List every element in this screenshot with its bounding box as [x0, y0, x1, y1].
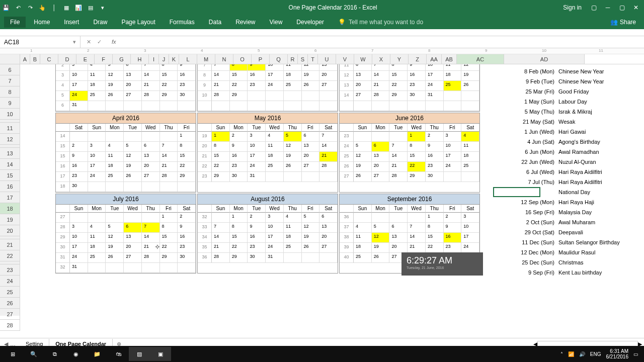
day-cell[interactable]: 20: [302, 152, 320, 162]
day-cell[interactable]: 23: [230, 162, 248, 172]
day-cell[interactable]: 3: [70, 223, 88, 233]
day-cell[interactable]: 5: [106, 64, 124, 71]
day-cell[interactable]: 28: [160, 172, 178, 182]
day-cell[interactable]: 24: [266, 243, 284, 253]
col-header-Y[interactable]: Y: [390, 54, 409, 64]
day-cell[interactable]: 10: [444, 142, 462, 152]
day-cell[interactable]: [319, 101, 338, 111]
col-header-T[interactable]: T: [308, 54, 318, 64]
day-cell[interactable]: [124, 213, 142, 223]
day-cell[interactable]: 28: [389, 172, 408, 182]
cancel-formula-icon[interactable]: ✕: [87, 39, 91, 45]
row-header-11[interactable]: 11: [0, 123, 20, 134]
day-cell[interactable]: 25: [88, 91, 106, 101]
day-cell[interactable]: 30: [408, 91, 426, 101]
day-cell[interactable]: 5: [106, 223, 124, 233]
col-header-K[interactable]: K: [169, 54, 179, 64]
day-cell[interactable]: 23: [178, 81, 196, 91]
day-cell[interactable]: 2: [70, 142, 88, 152]
day-cell[interactable]: [461, 91, 479, 101]
tray-lang[interactable]: ENG: [590, 351, 601, 357]
day-cell[interactable]: [426, 101, 444, 111]
day-cell[interactable]: 3: [70, 64, 88, 71]
day-cell[interactable]: [284, 172, 302, 182]
row-header-27[interactable]: 27: [0, 309, 20, 320]
select-all-corner[interactable]: [0, 54, 20, 64]
day-cell[interactable]: 3: [248, 132, 266, 142]
day-cell[interactable]: 20: [124, 81, 142, 91]
day-cell[interactable]: 20: [319, 233, 338, 243]
save-icon[interactable]: 💾: [2, 4, 10, 12]
store-icon[interactable]: 🛍: [108, 347, 129, 361]
ribbon-tab-home[interactable]: Home: [28, 17, 56, 28]
day-cell[interactable]: [354, 213, 372, 223]
day-cell[interactable]: 6: [302, 132, 320, 142]
day-cell[interactable]: [88, 213, 106, 223]
day-cell[interactable]: [230, 101, 248, 111]
day-cell[interactable]: 1: [230, 213, 248, 223]
row-header-10[interactable]: 10: [0, 109, 20, 120]
day-cell[interactable]: [160, 101, 178, 111]
day-cell[interactable]: 26: [354, 172, 372, 182]
name-dropdown-icon[interactable]: ▾: [73, 39, 76, 45]
day-cell[interactable]: 8: [230, 64, 248, 71]
day-cell[interactable]: 16: [426, 152, 444, 162]
day-cell[interactable]: 4: [88, 64, 106, 71]
day-cell[interactable]: 14: [372, 71, 390, 81]
col-header-AC[interactable]: AC: [457, 54, 504, 64]
row-header-17[interactable]: 17: [0, 192, 20, 203]
close-icon[interactable]: ✕: [630, 2, 642, 14]
touch-mode-icon[interactable]: 👆: [38, 4, 46, 12]
day-cell[interactable]: 18: [88, 81, 106, 91]
chrome-icon[interactable]: ◉: [65, 347, 87, 361]
row-header-28[interactable]: 28: [0, 320, 20, 331]
day-cell[interactable]: 24: [426, 81, 444, 91]
day-cell[interactable]: 14: [212, 233, 230, 243]
day-cell[interactable]: 31: [426, 91, 444, 101]
day-cell[interactable]: 25: [284, 81, 302, 91]
day-cell[interactable]: [88, 101, 106, 111]
day-cell[interactable]: 18: [284, 233, 302, 243]
day-cell[interactable]: 11: [88, 233, 106, 243]
undo-icon[interactable]: ↶: [14, 4, 22, 12]
day-cell[interactable]: 15: [230, 233, 248, 243]
day-cell[interactable]: [461, 101, 479, 111]
day-cell[interactable]: 21: [372, 81, 390, 91]
ribbon-tab-developer[interactable]: Developer: [290, 17, 330, 28]
day-cell[interactable]: 11: [106, 152, 124, 162]
day-cell[interactable]: 23: [248, 243, 266, 253]
day-cell[interactable]: [302, 91, 320, 101]
day-cell[interactable]: 30: [426, 172, 444, 182]
day-cell[interactable]: [319, 253, 338, 263]
day-cell[interactable]: 4: [88, 223, 106, 233]
col-header-D[interactable]: D: [58, 54, 76, 64]
day-cell[interactable]: 26: [284, 162, 302, 172]
day-cell[interactable]: 18: [354, 243, 372, 253]
row-header-21[interactable]: 21: [0, 239, 20, 250]
col-header-J[interactable]: J: [159, 54, 169, 64]
day-cell[interactable]: 13: [142, 152, 160, 162]
day-cell[interactable]: 28: [212, 253, 230, 263]
day-cell[interactable]: 10: [266, 64, 284, 71]
day-cell[interactable]: 13: [319, 64, 338, 71]
holiday-row[interactable]: 9 Sep (Fri)Kent Lau birthday: [508, 267, 644, 278]
ribbon-tab-page-layout[interactable]: Page Layout: [115, 17, 161, 28]
day-cell[interactable]: 10: [88, 152, 106, 162]
day-cell[interactable]: 29: [178, 172, 196, 182]
day-cell[interactable]: [178, 263, 196, 273]
day-cell[interactable]: [302, 253, 320, 263]
redo-icon[interactable]: ↷: [26, 4, 34, 12]
holiday-row[interactable]: 29 Oct (Sat)Deepavali: [508, 227, 644, 237]
day-cell[interactable]: 2: [444, 213, 462, 223]
col-header-F[interactable]: F: [95, 54, 113, 64]
day-cell[interactable]: 28: [212, 91, 230, 101]
day-cell[interactable]: 13: [372, 152, 390, 162]
day-cell[interactable]: 8: [178, 142, 196, 152]
col-header-V[interactable]: V: [336, 54, 354, 64]
day-cell[interactable]: 19: [124, 162, 142, 172]
row-header-9[interactable]: 9: [0, 98, 20, 109]
row-header-22[interactable]: 22: [0, 250, 20, 261]
day-cell[interactable]: 27: [319, 243, 338, 253]
day-cell[interactable]: 10: [426, 64, 444, 71]
day-cell[interactable]: 14: [212, 71, 230, 81]
